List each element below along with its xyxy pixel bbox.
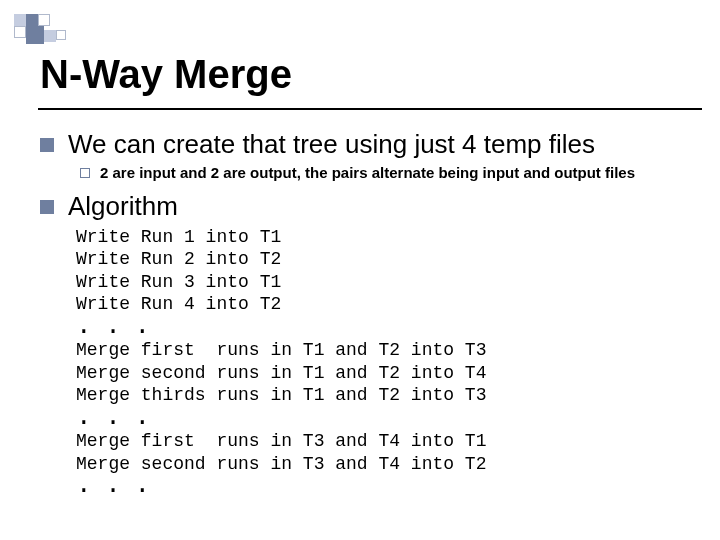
slide-body: We can create that tree using just 4 tem… bbox=[40, 130, 700, 499]
algorithm-code: Write Run 1 into T1 Write Run 2 into T2 … bbox=[76, 226, 700, 499]
title-divider bbox=[38, 108, 702, 110]
bullet-1-text: We can create that tree using just 4 tem… bbox=[68, 130, 595, 160]
code-line: Write Run 2 into T2 bbox=[76, 249, 281, 269]
code-line: Merge first runs in T3 and T4 into T1 bbox=[76, 431, 486, 451]
slide: N-Way Merge We can create that tree usin… bbox=[0, 0, 720, 540]
ellipsis: . . . bbox=[76, 402, 149, 432]
bullet-2-text: Algorithm bbox=[68, 192, 178, 222]
ellipsis: . . . bbox=[76, 311, 149, 341]
square-bullet-icon bbox=[40, 200, 54, 214]
code-line: Merge second runs in T1 and T2 into T4 bbox=[76, 363, 486, 383]
slide-title: N-Way Merge bbox=[40, 52, 292, 97]
code-line: Write Run 3 into T1 bbox=[76, 272, 281, 292]
code-line: Write Run 1 into T1 bbox=[76, 227, 281, 247]
bullet-1: We can create that tree using just 4 tem… bbox=[40, 130, 700, 160]
square-bullet-icon bbox=[40, 138, 54, 152]
hollow-square-bullet-icon bbox=[80, 168, 90, 178]
bullet-1-sub: 2 are input and 2 are output, the pairs … bbox=[80, 164, 700, 182]
code-line: Merge first runs in T1 and T2 into T3 bbox=[76, 340, 486, 360]
corner-decoration bbox=[14, 14, 134, 50]
bullet-1-sub-text: 2 are input and 2 are output, the pairs … bbox=[100, 164, 635, 182]
ellipsis: . . . bbox=[76, 470, 149, 500]
bullet-2: Algorithm bbox=[40, 192, 700, 222]
